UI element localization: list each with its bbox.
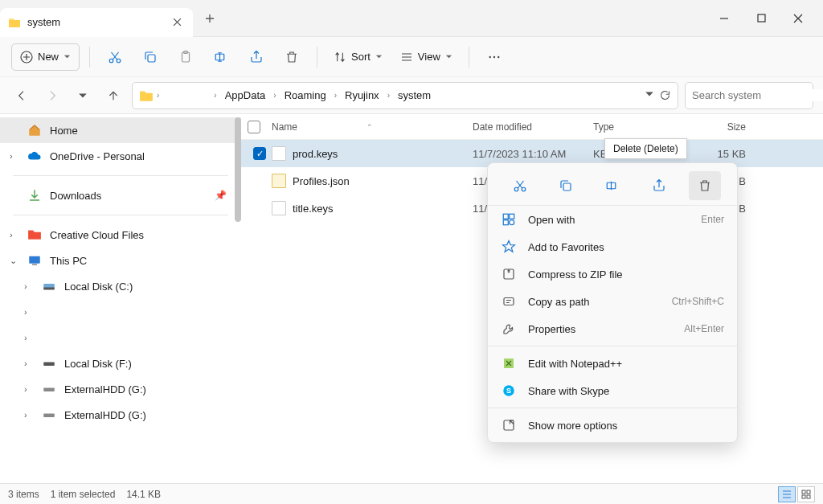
sidebar-label-creative: Creative Cloud Files xyxy=(50,229,144,241)
sidebar-item-thispc[interactable]: ⌄ This PC xyxy=(0,248,241,273)
crumb-appdata[interactable]: AppData xyxy=(220,86,271,104)
sidebar-label-ext-g2: ExternalHDD (G:) xyxy=(64,409,146,421)
delete-tooltip: Delete (Delete) xyxy=(604,138,687,159)
drive-icon xyxy=(42,382,56,396)
back-button[interactable] xyxy=(10,84,34,108)
drive-icon xyxy=(42,408,56,422)
crumb-roaming[interactable]: Roaming xyxy=(280,86,331,104)
svg-rect-4 xyxy=(148,55,155,62)
svg-rect-13 xyxy=(32,264,37,266)
search-input[interactable] xyxy=(692,89,823,101)
crumb-ryujinx[interactable]: Ryujinx xyxy=(340,86,384,104)
select-all-checkbox[interactable] xyxy=(248,121,260,133)
svg-point-20 xyxy=(522,187,526,191)
ctx-share-button[interactable] xyxy=(643,171,675,200)
forward-button[interactable] xyxy=(40,84,64,108)
sidebar-item-onedrive[interactable]: › OneDrive - Personal xyxy=(0,143,241,169)
column-headers[interactable]: Name⌃ Date modified Type Size xyxy=(241,114,823,140)
file-size: 15 KB xyxy=(690,148,746,160)
row-checkbox[interactable]: ✓ xyxy=(253,147,266,160)
sidebar-item-drive-f[interactable]: › Local Disk (F:) xyxy=(0,350,241,376)
new-tab-button[interactable] xyxy=(196,5,223,32)
cloud-icon xyxy=(27,149,42,163)
column-type[interactable]: Type xyxy=(593,121,690,133)
chevron-right-icon[interactable]: › xyxy=(157,91,159,100)
svg-point-2 xyxy=(109,59,113,63)
file-icon xyxy=(272,146,286,161)
svg-point-26 xyxy=(510,220,514,225)
context-menu: Open with Enter Add to Favorites Compres… xyxy=(487,162,738,443)
maximize-button[interactable] xyxy=(743,5,780,32)
sidebar-label-ext-g1: ExternalHDD (G:) xyxy=(64,383,146,395)
delete-button[interactable] xyxy=(276,43,307,71)
ctx-compress[interactable]: Compress to ZIP file xyxy=(488,260,737,288)
sidebar-item-empty2[interactable]: › xyxy=(0,325,241,350)
sidebar-label-onedrive: OneDrive - Personal xyxy=(50,150,145,162)
sidebar-item-drive-c[interactable]: › Local Disk (C:) xyxy=(0,273,241,299)
sidebar-item-creative[interactable]: › Creative Cloud Files xyxy=(0,222,241,248)
pc-icon xyxy=(27,253,42,268)
column-date[interactable]: Date modified xyxy=(473,121,593,133)
cut-button[interactable] xyxy=(100,43,130,71)
ctx-rename-button[interactable] xyxy=(596,171,629,200)
dropdown-icon[interactable] xyxy=(645,89,654,101)
more-button[interactable] xyxy=(479,43,510,71)
column-name[interactable]: Name⌃ xyxy=(272,121,473,133)
ctx-open-with[interactable]: Open with Enter xyxy=(488,206,737,233)
column-size[interactable]: Size xyxy=(690,121,746,133)
search-box[interactable] xyxy=(685,82,813,109)
sidebar-item-ext-g2[interactable]: › ExternalHDD (G:) xyxy=(0,402,241,428)
zip-icon xyxy=(501,267,517,281)
window-controls xyxy=(706,5,817,32)
svg-rect-12 xyxy=(29,256,40,264)
file-date: 11/7/2023 11:10 AM xyxy=(473,148,593,160)
tab-title: system xyxy=(27,16,60,28)
sidebar-scrollbar[interactable] xyxy=(235,117,241,222)
icons-view-button[interactable] xyxy=(797,486,815,502)
download-icon xyxy=(27,188,42,203)
ctx-skype[interactable]: S Share with Skype xyxy=(488,377,737,404)
paste-button[interactable] xyxy=(170,43,201,71)
view-button[interactable]: View xyxy=(394,43,459,71)
drive-icon xyxy=(42,356,56,371)
sidebar-label-thispc: This PC xyxy=(50,255,87,267)
status-size: 14.1 KB xyxy=(126,489,161,500)
svg-point-3 xyxy=(117,59,121,63)
toolbar: New Sort View xyxy=(0,37,823,77)
folder-icon xyxy=(8,16,21,29)
close-window-button[interactable] xyxy=(780,5,817,32)
folder-icon xyxy=(139,88,154,103)
rename-button[interactable] xyxy=(206,43,236,71)
svg-point-10 xyxy=(497,55,499,57)
file-name: title.keys xyxy=(293,203,334,215)
address-bar[interactable]: › › AppData › Roaming › Ryujinx › system xyxy=(132,82,678,109)
sidebar-item-home[interactable]: Home xyxy=(0,117,241,143)
tab-system[interactable]: system xyxy=(0,8,193,37)
recent-button[interactable] xyxy=(71,84,95,108)
open-with-icon xyxy=(501,212,517,227)
sidebar-item-empty[interactable]: › xyxy=(0,299,241,325)
ctx-more-options[interactable]: Show more options xyxy=(488,412,737,439)
ctx-favorites[interactable]: Add to Favorites xyxy=(488,233,737,260)
ctx-cut-button[interactable] xyxy=(504,171,536,200)
ctx-notepad[interactable]: Edit with Notepad++ xyxy=(488,350,737,377)
new-button[interactable]: New xyxy=(11,43,80,71)
ctx-copy-path[interactable]: Copy as path Ctrl+Shift+C xyxy=(488,288,737,315)
minimize-button[interactable] xyxy=(706,5,743,32)
svg-rect-23 xyxy=(503,214,508,219)
ctx-copy-button[interactable] xyxy=(550,171,582,200)
refresh-button[interactable] xyxy=(659,89,671,101)
copy-button[interactable] xyxy=(135,43,166,71)
ctx-properties[interactable]: Properties Alt+Enter xyxy=(488,315,737,342)
more-icon xyxy=(501,418,517,432)
sidebar-item-ext-g1[interactable]: › ExternalHDD (G:) xyxy=(0,376,241,402)
svg-rect-21 xyxy=(563,183,571,191)
close-tab-button[interactable] xyxy=(169,14,185,31)
details-view-button[interactable] xyxy=(778,486,796,502)
crumb-system[interactable]: system xyxy=(393,86,436,104)
share-button[interactable] xyxy=(241,43,272,71)
ctx-delete-button[interactable] xyxy=(689,171,721,200)
sidebar-item-downloads[interactable]: Downloads 📌 xyxy=(0,182,241,208)
sort-button[interactable]: Sort xyxy=(327,43,389,71)
up-button[interactable] xyxy=(101,84,125,108)
